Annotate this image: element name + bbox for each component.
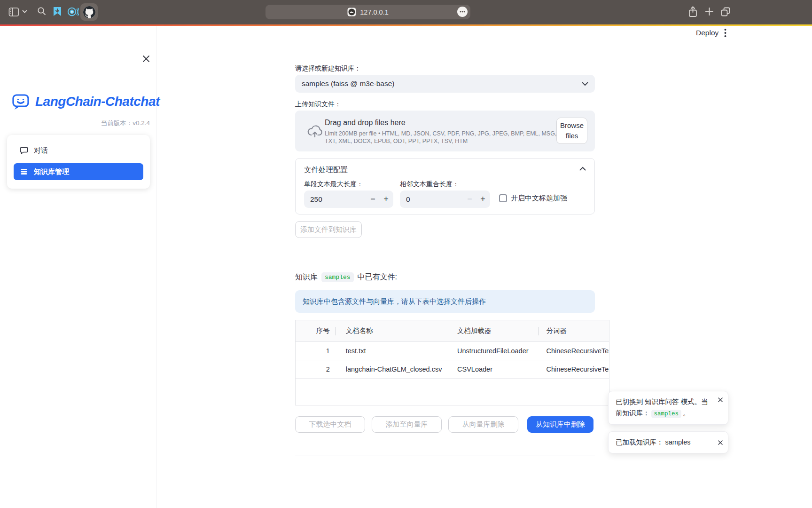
dropzone-limit-line2: TXT, XML, DOCX, EPUB, ODT, PPT, PPTX, TS… (325, 138, 468, 144)
zh-title-enhance-label: 开启中文标题加强 (511, 194, 567, 203)
add-to-vector-store-button[interactable]: 添加至向量库 (372, 416, 442, 433)
dropzone-title: Drag and drop files here (325, 119, 406, 127)
kb-files-heading: 知识库 samples 中已有文件: (295, 272, 397, 282)
heading-suffix: 中已有文件: (358, 272, 397, 282)
decrement-button[interactable]: − (463, 190, 476, 208)
new-tab-icon[interactable] (705, 7, 714, 16)
sidebar: LangChain-Chatchat 当前版本：v0.2.4 对话 知识库管理 (0, 26, 157, 508)
screen: 127.0.0.1 LangChain-Chatchat 当前版本：v0.2.4 (0, 0, 812, 508)
chat-bubble-icon (20, 146, 28, 155)
cloud-upload-icon (306, 123, 324, 138)
main-menu-icon[interactable] (724, 28, 733, 38)
chunk-overlap-label: 相邻文本重合长度： (400, 180, 459, 189)
toast-text: 已加载知识库： samples (616, 438, 691, 447)
logo-text: LangChain-Chatchat (35, 94, 160, 109)
column-header-index[interactable]: 序号 (296, 326, 335, 335)
tab-overview-icon[interactable] (720, 7, 731, 17)
close-icon[interactable] (718, 440, 723, 445)
github-icon (83, 6, 95, 18)
url-text: 127.0.0.1 (360, 8, 388, 16)
app-logo: LangChain-Chatchat (11, 91, 148, 112)
sidebar-close-icon[interactable] (142, 55, 151, 64)
chunk-size-input[interactable]: 250 − + (304, 190, 393, 208)
zh-title-enhance-checkbox[interactable] (499, 194, 507, 202)
pinned-tab-broadcast-icon[interactable] (67, 7, 79, 17)
table-row[interactable]: 2 langchain-ChatGLM_closed.csv CSVLoader… (296, 360, 609, 379)
cell-splitter: ChineseRecursiveTextSplitter (538, 365, 609, 373)
cell-name: langchain-ChatGLM_closed.csv (335, 365, 449, 373)
pinned-tab-bookmark-icon[interactable] (52, 6, 62, 18)
sidebar-item-label: 对话 (34, 146, 48, 155)
toast-text: 。 (683, 409, 690, 417)
kb-select[interactable]: samples (faiss @ m3e-base) (295, 75, 595, 93)
file-dropzone[interactable]: Drag and drop files here Limit 200MB per… (295, 111, 595, 151)
chunk-overlap-value: 0 (406, 190, 410, 208)
github-tab[interactable] (80, 3, 98, 21)
sidebar-toggle-icon[interactable] (8, 7, 19, 17)
cell-name: test.txt (335, 347, 449, 355)
knowledge-base-icon (20, 167, 28, 176)
column-header-name[interactable]: 文档名称 (335, 326, 449, 335)
sidebar-menu: 对话 知识库管理 (7, 135, 150, 189)
column-header-loader[interactable]: 文档加载器 (449, 326, 538, 335)
kb-name-code: samples (651, 410, 682, 418)
site-favicon (347, 8, 356, 16)
version-label: 当前版本：v0.2.4 (11, 119, 150, 127)
download-selected-button[interactable]: 下载选中文档 (295, 416, 365, 433)
increment-button[interactable]: + (476, 190, 490, 208)
deploy-button[interactable]: Deploy (696, 29, 718, 37)
sidebar-item-dialogue[interactable]: 对话 (14, 142, 143, 159)
browser-toolbar: 127.0.0.1 (0, 0, 812, 24)
add-files-to-kb-button[interactable]: 添加文件到知识库 (295, 221, 362, 238)
chunk-overlap-input[interactable]: 0 − + (400, 190, 490, 208)
chevron-down-icon (582, 82, 588, 86)
search-icon[interactable] (37, 7, 46, 16)
close-icon[interactable] (718, 397, 723, 403)
divider (295, 258, 595, 258)
chunk-size-value: 250 (310, 190, 322, 208)
expander-title[interactable]: 文件处理配置 (304, 165, 348, 175)
dropzone-limit-line1: Limit 200MB per file • HTML, MD, JSON, C… (325, 130, 585, 137)
chevron-up-icon[interactable] (579, 167, 586, 171)
chevron-down-icon[interactable] (22, 10, 27, 14)
cell-index: 1 (296, 347, 335, 355)
upload-label: 上传知识文件： (295, 100, 341, 109)
cell-splitter: ChineseRecursiveTextSplitter (538, 347, 609, 355)
increment-button[interactable]: + (379, 190, 393, 208)
logo-chat-icon (11, 92, 30, 111)
kb-select-label: 请选择或新建知识库： (295, 64, 361, 73)
share-icon[interactable] (688, 6, 698, 18)
kb-name-code: samples (321, 272, 354, 282)
files-table: 序号 文档名称 文档加载器 分词器 1 test.txt Unstructure… (295, 320, 609, 405)
chunk-size-label: 单段文本最大长度： (304, 180, 363, 189)
column-header-splitter[interactable]: 分词器 (538, 326, 609, 335)
info-text: 知识库中包含源文件与向量库，请从下表中选择文件后操作 (303, 297, 486, 306)
cell-index: 2 (296, 365, 335, 373)
browse-files-button[interactable]: Browse files (556, 118, 587, 144)
cell-loader: CSVLoader (449, 365, 538, 373)
divider (295, 455, 595, 455)
info-banner: 知识库中包含源文件与向量库，请从下表中选择文件后操作 (295, 290, 595, 313)
table-header-row: 序号 文档名称 文档加载器 分词器 (296, 320, 609, 342)
toast-kb-loaded: 已加载知识库： samples (608, 431, 728, 453)
file-config-expander: 文件处理配置 单段文本最大长度： 相邻文本重合长度： 250 − + 0 − +… (295, 158, 595, 214)
sidebar-item-knowledge-base[interactable]: 知识库管理 (14, 163, 143, 180)
cell-loader: UnstructuredFileLoader (449, 347, 538, 355)
table-row[interactable]: 1 test.txt UnstructuredFileLoader Chines… (296, 342, 609, 360)
sidebar-item-label: 知识库管理 (34, 167, 69, 176)
delete-from-kb-button[interactable]: 从知识库中删除 (527, 416, 593, 433)
kb-select-value: samples (faiss @ m3e-base) (302, 79, 395, 88)
decrement-button[interactable]: − (366, 190, 380, 208)
address-bar[interactable]: 127.0.0.1 (265, 5, 470, 19)
toast-mode-switched: 已切换到 知识库问答 模式。当前知识库：samples。 (608, 391, 728, 425)
page-options-icon[interactable] (457, 7, 468, 17)
delete-from-vector-store-button[interactable]: 从向量库删除 (448, 416, 518, 433)
heading-prefix: 知识库 (295, 272, 318, 282)
